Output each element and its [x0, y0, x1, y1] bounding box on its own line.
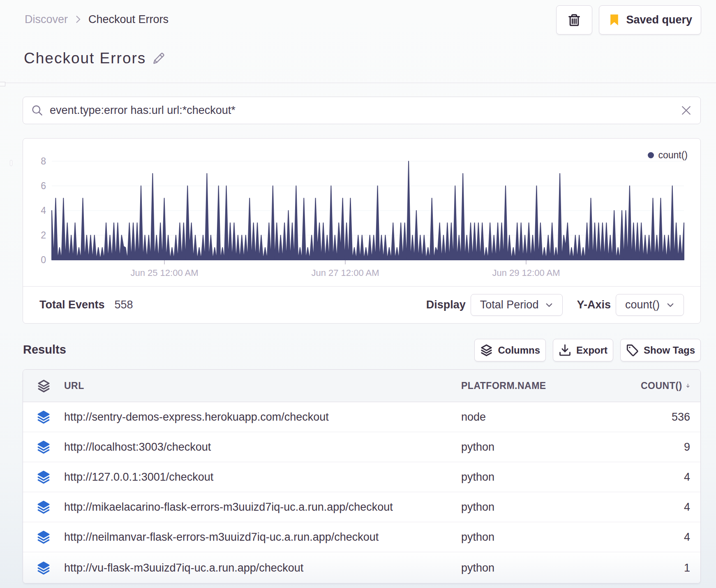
svg-text:0: 0	[41, 255, 46, 265]
svg-text:Jun 25 12:00 AM: Jun 25 12:00 AM	[130, 268, 198, 278]
svg-text:2: 2	[41, 230, 46, 241]
svg-text:8: 8	[41, 156, 46, 167]
svg-text:Jun 29 12:00 AM: Jun 29 12:00 AM	[492, 268, 560, 278]
svg-text:4: 4	[41, 205, 46, 216]
svg-text:6: 6	[41, 181, 46, 191]
svg-text:Jun 27 12:00 AM: Jun 27 12:00 AM	[311, 268, 379, 278]
